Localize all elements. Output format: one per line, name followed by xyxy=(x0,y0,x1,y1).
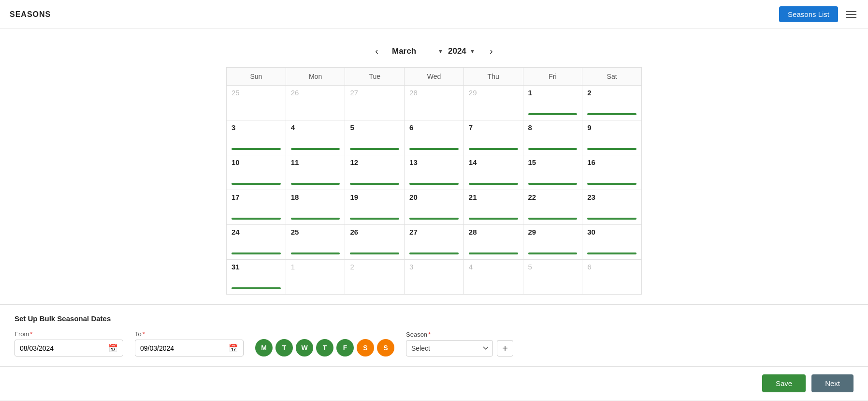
day-number: 26 xyxy=(291,89,299,97)
day-number: 1 xyxy=(291,263,295,271)
next-button[interactable]: Next xyxy=(811,374,854,392)
season-bar xyxy=(587,218,637,220)
to-calendar-icon[interactable]: 📅 xyxy=(229,343,238,353)
season-bar xyxy=(469,148,518,150)
main-content: ‹ January February March April May June … xyxy=(0,29,868,366)
table-row[interactable]: 6 xyxy=(582,260,642,295)
weekday-sat: Sat xyxy=(582,68,642,86)
table-row[interactable]: 26 xyxy=(286,86,345,120)
table-row[interactable]: 27 xyxy=(405,225,464,260)
day-number: 4 xyxy=(291,123,295,132)
season-bar xyxy=(350,183,399,185)
table-row[interactable]: 1 xyxy=(286,260,345,295)
month-selector-wrapper: January February March April May June Ju… xyxy=(392,46,444,56)
table-row[interactable]: 23 xyxy=(582,190,642,225)
season-bar xyxy=(350,252,399,254)
table-row[interactable]: 7 xyxy=(463,120,523,155)
table-row[interactable]: 21 xyxy=(463,190,523,225)
table-row[interactable]: 2 xyxy=(345,260,405,295)
menu-icon[interactable] xyxy=(844,9,858,20)
table-row[interactable]: 5 xyxy=(345,120,405,155)
table-row[interactable]: 24 xyxy=(227,225,286,260)
table-row[interactable]: 18 xyxy=(286,190,345,225)
from-date-input-wrap: 📅 xyxy=(14,340,123,356)
table-row[interactable]: 31 xyxy=(227,260,286,295)
table-row[interactable]: 9 xyxy=(582,120,642,155)
season-bar xyxy=(469,252,518,254)
next-month-button[interactable]: › xyxy=(486,44,497,59)
table-row[interactable]: 20 xyxy=(405,190,464,225)
table-row[interactable]: 30 xyxy=(582,225,642,260)
season-bar xyxy=(409,218,459,220)
day-button-t1[interactable]: T xyxy=(275,339,293,356)
season-bar xyxy=(409,183,459,185)
table-row[interactable]: 29 xyxy=(523,225,582,260)
table-row[interactable]: 25 xyxy=(286,225,345,260)
from-calendar-icon[interactable]: 📅 xyxy=(108,343,118,353)
to-date-input[interactable] xyxy=(140,344,225,352)
table-row[interactable]: 26 xyxy=(345,225,405,260)
table-row[interactable]: 2 xyxy=(582,86,642,120)
table-row[interactable]: 28 xyxy=(405,86,464,120)
season-select[interactable]: Select High Season Low Season Peak Seaso… xyxy=(406,340,493,356)
day-button-s5[interactable]: S xyxy=(357,339,374,356)
weekday-mon: Mon xyxy=(286,68,345,86)
day-number: 19 xyxy=(350,193,358,201)
table-row[interactable]: 4 xyxy=(286,120,345,155)
table-row[interactable]: 3 xyxy=(405,260,464,295)
table-row[interactable]: 22 xyxy=(523,190,582,225)
table-row[interactable]: 1 xyxy=(523,86,582,120)
table-row[interactable]: 8 xyxy=(523,120,582,155)
weekday-thu: Thu xyxy=(463,68,523,86)
table-row[interactable]: 17 xyxy=(227,190,286,225)
table-row[interactable]: 15 xyxy=(523,155,582,190)
to-date-input-wrap: 📅 xyxy=(135,340,244,356)
season-bar xyxy=(528,218,578,220)
season-bar xyxy=(291,218,340,220)
day-buttons: MTWTFSS xyxy=(255,339,394,356)
from-date-input[interactable] xyxy=(20,344,104,352)
table-row[interactable]: 28 xyxy=(463,225,523,260)
table-row[interactable]: 19 xyxy=(345,190,405,225)
table-row[interactable]: 11 xyxy=(286,155,345,190)
add-season-button[interactable]: + xyxy=(497,340,513,356)
day-number: 30 xyxy=(587,228,595,236)
seasons-list-button[interactable]: Seasons List xyxy=(779,6,838,22)
day-number: 27 xyxy=(350,89,358,97)
day-number: 31 xyxy=(231,263,240,271)
table-row[interactable]: 5 xyxy=(523,260,582,295)
table-row[interactable]: 16 xyxy=(582,155,642,190)
weekday-wed: Wed xyxy=(405,68,464,86)
calendar-body: 2526272829123456789101112131415161718192… xyxy=(227,86,642,295)
prev-month-button[interactable]: ‹ xyxy=(371,44,382,59)
table-row[interactable]: 14 xyxy=(463,155,523,190)
season-bar xyxy=(231,148,281,150)
day-button-s6[interactable]: S xyxy=(377,339,394,356)
table-row[interactable]: 10 xyxy=(227,155,286,190)
save-button[interactable]: Save xyxy=(762,374,806,392)
season-bar xyxy=(231,252,281,254)
table-row[interactable]: 6 xyxy=(405,120,464,155)
day-button-w2[interactable]: W xyxy=(296,339,313,356)
table-row[interactable]: 12 xyxy=(345,155,405,190)
table-row[interactable]: 3 xyxy=(227,120,286,155)
day-button-f4[interactable]: F xyxy=(336,339,354,356)
season-bar xyxy=(528,148,578,150)
table-row[interactable]: 27 xyxy=(345,86,405,120)
weekday-fri: Fri xyxy=(523,68,582,86)
season-group: Season* Select High Season Low Season Pe… xyxy=(406,331,513,356)
year-select[interactable]: 2022 2023 2024 2025 2026 xyxy=(448,46,476,56)
day-button-t3[interactable]: T xyxy=(316,339,333,356)
day-number: 20 xyxy=(409,193,418,201)
season-bar xyxy=(528,183,578,185)
day-number: 13 xyxy=(409,158,418,166)
day-number: 12 xyxy=(350,158,358,166)
table-row[interactable]: 25 xyxy=(227,86,286,120)
month-select[interactable]: January February March April May June Ju… xyxy=(392,46,444,56)
day-button-m0[interactable]: M xyxy=(255,339,273,356)
table-row[interactable]: 4 xyxy=(463,260,523,295)
day-number: 10 xyxy=(231,158,240,166)
table-row[interactable]: 13 xyxy=(405,155,464,190)
day-number: 3 xyxy=(409,263,413,271)
table-row[interactable]: 29 xyxy=(463,86,523,120)
